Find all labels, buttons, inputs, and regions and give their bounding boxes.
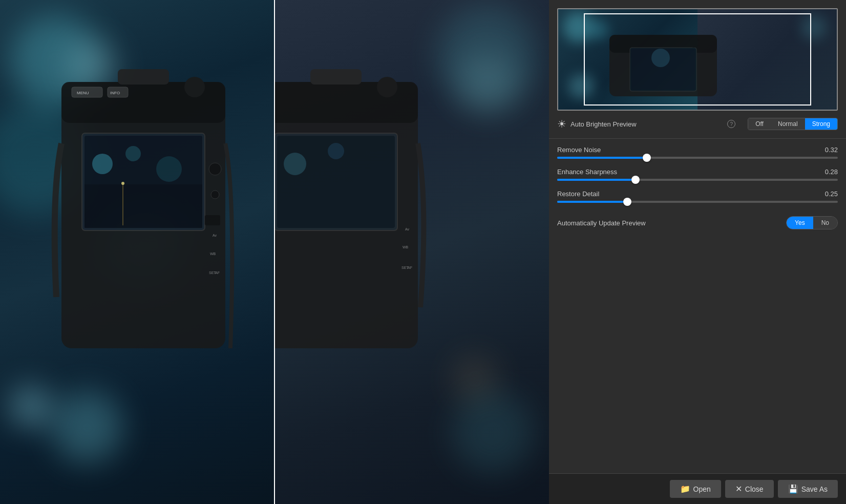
auto-brighten-label: Auto Brighten Preview [570, 120, 723, 128]
open-button[interactable]: 📁 Open [670, 480, 721, 498]
enhance-sharpness-fill [557, 179, 636, 181]
svg-point-18 [211, 191, 219, 199]
remove-noise-value: 0.32 [825, 146, 838, 154]
svg-point-30 [284, 153, 306, 175]
save-icon: 💾 [788, 484, 798, 494]
restore-detail-row: Restore Detail 0.25 [557, 190, 838, 203]
bottom-bar: 📁 Open ✕ Close 💾 Save As [549, 473, 846, 504]
open-label: Open [693, 485, 711, 493]
toggle-strong-button[interactable]: Strong [805, 118, 837, 130]
auto-brighten-toggle: Off Normal Strong [748, 118, 838, 130]
scene-wrapper: MENU INFO [0, 0, 549, 504]
yes-button[interactable]: Yes [787, 217, 813, 229]
remove-noise-fill [557, 157, 647, 159]
svg-point-17 [209, 163, 221, 175]
svg-point-27 [377, 77, 397, 97]
toggle-off-button[interactable]: Off [748, 118, 771, 130]
svg-point-13 [125, 146, 141, 161]
svg-point-14 [156, 156, 182, 182]
auto-update-row: Automatically Update Preview Yes No [557, 212, 838, 234]
enhance-sharpness-row: Enhance Sharpness 0.28 [557, 168, 838, 181]
svg-point-31 [328, 143, 344, 159]
save-as-label: Save As [801, 485, 828, 493]
svg-rect-26 [310, 69, 362, 85]
preview-section: ☀ Auto Brighten Preview ? Off Normal Str… [549, 0, 846, 136]
panel-divider-1 [549, 138, 846, 139]
remove-noise-label: Remove Noise [557, 146, 601, 154]
restore-detail-header: Restore Detail 0.25 [557, 190, 838, 198]
svg-point-40 [689, 37, 699, 48]
sun-icon: ☀ [557, 118, 566, 130]
close-button[interactable]: ✕ Close [725, 480, 774, 498]
remove-noise-thumb[interactable] [643, 154, 651, 162]
restore-detail-track-wrap [557, 201, 838, 203]
svg-rect-2 [118, 69, 169, 85]
auto-update-label: Automatically Update Preview [557, 219, 786, 227]
camera-svg-right: Av WB SET AF [274, 41, 438, 425]
svg-text:WB: WB [210, 252, 216, 256]
thumbnail-container [557, 8, 838, 111]
svg-point-41 [651, 49, 670, 67]
section-spacer [549, 312, 846, 474]
svg-point-16 [121, 182, 124, 185]
folder-icon: 📁 [680, 484, 690, 494]
svg-text:INFO: INFO [110, 91, 120, 95]
close-label: Close [745, 485, 764, 493]
restore-detail-label: Restore Detail [557, 190, 599, 198]
svg-text:MENU: MENU [77, 91, 89, 95]
restore-detail-value: 0.25 [825, 190, 838, 198]
svg-text:Av: Av [405, 227, 410, 231]
svg-point-3 [184, 77, 205, 97]
enhance-sharpness-label: Enhance Sharpness [557, 168, 617, 176]
camera-svg-left: MENU INFO [41, 41, 246, 425]
save-as-button[interactable]: 💾 Save As [778, 480, 838, 498]
enhance-sharpness-track [557, 179, 838, 181]
restore-detail-fill [557, 201, 627, 203]
svg-rect-11 [84, 184, 202, 228]
enhance-sharpness-track-wrap [557, 179, 838, 181]
restore-detail-thumb[interactable] [623, 198, 631, 206]
remove-noise-track [557, 157, 838, 159]
enhance-sharpness-value: 0.28 [825, 168, 838, 176]
no-button[interactable]: No [813, 217, 837, 229]
toggle-normal-button[interactable]: Normal [771, 118, 805, 130]
restore-detail-track [557, 201, 838, 203]
yes-no-toggle: Yes No [786, 216, 838, 229]
remove-noise-track-wrap [557, 157, 838, 159]
remove-noise-row: Remove Noise 0.32 [557, 146, 838, 159]
svg-text:AF: AF [215, 271, 220, 275]
svg-text:AF: AF [408, 266, 412, 269]
svg-text:Av: Av [213, 234, 217, 237]
svg-rect-19 [205, 215, 220, 225]
close-icon: ✕ [735, 484, 742, 494]
sliders-section: Remove Noise 0.32 Enhance Sharpness 0.28 [549, 141, 846, 312]
image-area: MENU INFO [0, 0, 549, 504]
svg-point-12 [92, 154, 113, 174]
auto-brighten-row: ☀ Auto Brighten Preview ? Off Normal Str… [557, 118, 838, 130]
thumb-camera-svg [599, 19, 727, 101]
enhance-sharpness-header: Enhance Sharpness 0.28 [557, 168, 838, 176]
split-divider [274, 0, 275, 504]
remove-noise-header: Remove Noise 0.32 [557, 146, 838, 154]
help-icon[interactable]: ? [727, 120, 735, 128]
control-panel: ☀ Auto Brighten Preview ? Off Normal Str… [549, 0, 846, 504]
help-icon-symbol: ? [730, 121, 733, 127]
svg-text:WB: WB [403, 245, 409, 249]
enhance-sharpness-thumb[interactable] [631, 176, 640, 184]
thumbnail-bg [558, 9, 837, 110]
